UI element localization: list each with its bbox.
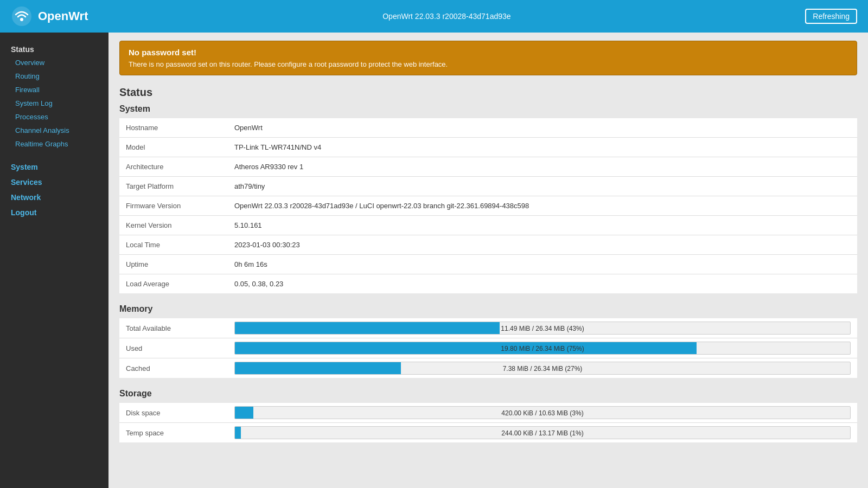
row-label: Target Platform [119, 177, 228, 196]
storage-section-title: Storage [119, 389, 857, 399]
memory-section-title: Memory [119, 304, 857, 314]
header: OpenWrt OpenWrt 22.03.3 r20028-43d71ad93… [0, 0, 868, 33]
openwrt-logo-icon [11, 5, 33, 27]
row-label: Firmware Version [119, 196, 228, 216]
sidebar-item-system[interactable]: System [0, 159, 108, 175]
sidebar-status-label: Status [0, 41, 108, 56]
table-row: Kernel Version5.10.161 [119, 216, 857, 235]
row-label: Cached [119, 358, 228, 378]
table-row: Temp space 244.00 KiB / 13.17 MiB (1%) [119, 423, 857, 443]
progress-bar: 7.38 MiB / 26.34 MiB (27%) [234, 362, 851, 375]
progress-bar: 19.80 MiB / 26.34 MiB (75%) [234, 342, 851, 355]
svg-point-0 [12, 7, 31, 26]
logo-area: OpenWrt [11, 5, 88, 27]
warning-title: No password set! [129, 48, 848, 57]
table-row: ModelTP-Link TL-WR741N/ND v4 [119, 138, 857, 157]
row-label: Uptime [119, 255, 228, 274]
row-value: 5.10.161 [228, 216, 857, 235]
row-value: OpenWrt 22.03.3 r20028-43d71ad93e / LuCI… [228, 196, 857, 216]
table-row: Local Time2023-01-03 00:30:23 [119, 235, 857, 255]
sidebar-item-routing[interactable]: Routing [0, 69, 108, 83]
sidebar-item-overview[interactable]: Overview [0, 56, 108, 69]
version-text: OpenWrt 22.03.3 r20028-43d71ad93e [382, 12, 510, 21]
row-value: 0h 6m 16s [228, 255, 857, 274]
app-title: OpenWrt [38, 9, 88, 23]
row-value: 7.38 MiB / 26.34 MiB (27%) [228, 358, 857, 378]
table-row: Uptime0h 6m 16s [119, 255, 857, 274]
progress-bar-label: 19.80 MiB / 26.34 MiB (75%) [235, 342, 850, 355]
row-label: Kernel Version [119, 216, 228, 235]
refreshing-button[interactable]: Refreshing [805, 9, 857, 24]
row-label: Architecture [119, 157, 228, 177]
table-row: Disk space 420.00 KiB / 10.63 MiB (3%) [119, 403, 857, 423]
sidebar: Status Overview Routing Firewall System … [0, 33, 108, 488]
row-label: Used [119, 338, 228, 358]
progress-bar-label: 7.38 MiB / 26.34 MiB (27%) [235, 362, 850, 375]
main-layout: Status Overview Routing Firewall System … [0, 33, 868, 488]
progress-bar-label: 11.49 MiB / 26.34 MiB (43%) [235, 322, 850, 335]
row-value: 244.00 KiB / 13.17 MiB (1%) [228, 423, 857, 443]
progress-bar-label: 420.00 KiB / 10.63 MiB (3%) [235, 407, 850, 419]
table-row: Total Available 11.49 MiB / 26.34 MiB (4… [119, 318, 857, 338]
storage-table: Disk space 420.00 KiB / 10.63 MiB (3%) T… [119, 403, 857, 442]
svg-point-1 [20, 18, 23, 21]
table-row: Load Average0.05, 0.38, 0.23 [119, 274, 857, 294]
row-value: ath79/tiny [228, 177, 857, 196]
page-title: Status [119, 86, 857, 99]
content-area: No password set! There is no password se… [108, 33, 868, 488]
table-row: Cached 7.38 MiB / 26.34 MiB (27%) [119, 358, 857, 378]
sidebar-item-channel-analysis[interactable]: Channel Analysis [0, 124, 108, 137]
row-label: Model [119, 138, 228, 157]
system-table: HostnameOpenWrtModelTP-Link TL-WR741N/ND… [119, 118, 857, 293]
progress-bar: 244.00 KiB / 13.17 MiB (1%) [234, 426, 851, 439]
table-row: Firmware VersionOpenWrt 22.03.3 r20028-4… [119, 196, 857, 216]
table-row: Target Platformath79/tiny [119, 177, 857, 196]
row-value: Atheros AR9330 rev 1 [228, 157, 857, 177]
row-value: TP-Link TL-WR741N/ND v4 [228, 138, 857, 157]
progress-bar-label: 244.00 KiB / 13.17 MiB (1%) [235, 427, 850, 439]
sidebar-item-logout[interactable]: Logout [0, 205, 108, 220]
memory-table: Total Available 11.49 MiB / 26.34 MiB (4… [119, 318, 857, 378]
row-label: Load Average [119, 274, 228, 294]
row-value: 0.05, 0.38, 0.23 [228, 274, 857, 294]
row-label: Hostname [119, 118, 228, 138]
row-label: Total Available [119, 318, 228, 338]
sidebar-item-realtime-graphs[interactable]: Realtime Graphs [0, 137, 108, 151]
table-row: Used 19.80 MiB / 26.34 MiB (75%) [119, 338, 857, 358]
table-row: HostnameOpenWrt [119, 118, 857, 138]
progress-bar: 11.49 MiB / 26.34 MiB (43%) [234, 322, 851, 335]
sidebar-item-services[interactable]: Services [0, 175, 108, 190]
row-value: 2023-01-03 00:30:23 [228, 235, 857, 255]
sidebar-item-network[interactable]: Network [0, 190, 108, 205]
row-value: 11.49 MiB / 26.34 MiB (43%) [228, 318, 857, 338]
row-value: 420.00 KiB / 10.63 MiB (3%) [228, 403, 857, 423]
row-label: Local Time [119, 235, 228, 255]
row-label: Disk space [119, 403, 228, 423]
warning-message: There is no password set on this router.… [129, 60, 848, 68]
table-row: ArchitectureAtheros AR9330 rev 1 [119, 157, 857, 177]
warning-banner: No password set! There is no password se… [119, 41, 857, 75]
sidebar-item-processes[interactable]: Processes [0, 110, 108, 124]
system-section-title: System [119, 104, 857, 114]
row-label: Temp space [119, 423, 228, 443]
row-value: 19.80 MiB / 26.34 MiB (75%) [228, 338, 857, 358]
sidebar-item-system-log[interactable]: System Log [0, 97, 108, 110]
progress-bar: 420.00 KiB / 10.63 MiB (3%) [234, 406, 851, 419]
sidebar-item-firewall[interactable]: Firewall [0, 83, 108, 97]
row-value: OpenWrt [228, 118, 857, 138]
